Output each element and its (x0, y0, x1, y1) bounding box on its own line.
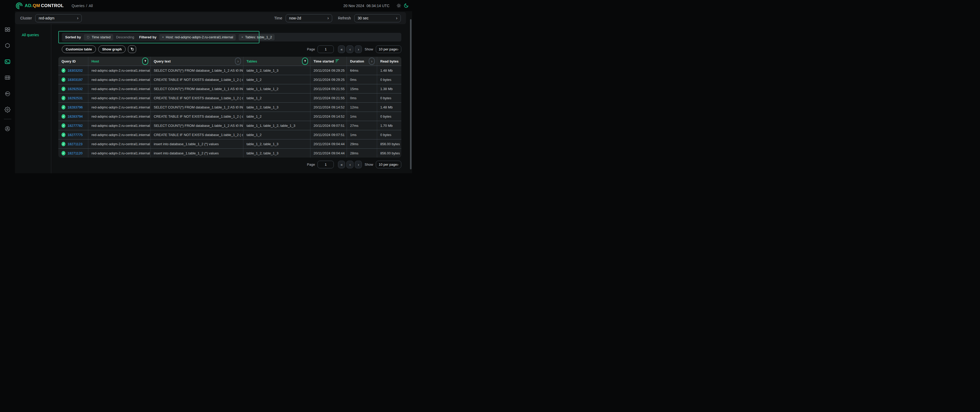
logo-part-qm: QM (33, 3, 40, 8)
table-row[interactable]: ✓ 18271120 red-adqmc-adqm-2.ru-central1.… (58, 148, 401, 158)
light-theme-sun-icon[interactable] (396, 3, 402, 9)
refresh-label: Refresh (338, 16, 351, 20)
cell-duration: 1ms (347, 130, 377, 139)
query-id-link[interactable]: 18303202 (68, 68, 83, 73)
column-header-query-text[interactable]: Query text › (150, 57, 243, 66)
query-id-link[interactable]: 18271123 (68, 142, 83, 146)
customize-table-button[interactable]: Customize table (62, 46, 96, 53)
table-row[interactable]: ✓ 18303197 red-adqmc-adqm-2.ru-central1.… (58, 75, 401, 84)
table-icon[interactable] (5, 74, 11, 81)
host-filter-button[interactable] (142, 57, 148, 65)
sort-field-value: Time started (92, 35, 111, 39)
expand-query-text-button[interactable]: › (235, 57, 241, 65)
column-header-tables[interactable]: Tables (243, 57, 310, 66)
table-row[interactable]: ✓ 18271123 red-adqmc-adqm-2.ru-central1.… (58, 139, 401, 148)
sort-direction[interactable]: Descending (116, 35, 134, 39)
per-page-value: 10 per page (379, 47, 397, 51)
table-row[interactable]: ✓ 18283794 red-adqmc-adqm-2.ru-central1.… (58, 112, 401, 121)
query-id-link[interactable]: 18283794 (68, 114, 83, 119)
vertical-scrollbar-thumb[interactable] (410, 19, 412, 170)
dashboard-icon[interactable] (5, 27, 11, 33)
cell-host: red-adqmc-adqm-2.ru-central1.internal (88, 149, 150, 158)
column-header-query-id[interactable]: Query ID (58, 57, 88, 66)
cell-tables: table_1_1, table_1_2, table_1_3 (243, 121, 310, 130)
cell-read-bytes: 856.00 bytes (377, 149, 401, 158)
app-logo[interactable]: AD.QMCONTROL (15, 2, 64, 10)
show-graph-button[interactable]: Show graph (98, 46, 126, 53)
query-id-link[interactable]: 18303197 (68, 78, 83, 82)
query-id-link[interactable]: 18292532 (68, 87, 83, 91)
query-id-link[interactable]: 18271120 (68, 151, 83, 155)
show-label: Show (364, 47, 373, 51)
table-row[interactable]: ✓ 18283796 red-adqmc-adqm-2.ru-central1.… (58, 102, 401, 112)
terminal-queries-icon[interactable] (5, 59, 11, 65)
gear-icon[interactable] (5, 106, 11, 113)
query-id-link[interactable]: 18277775 (68, 133, 83, 137)
table-row[interactable]: ✓ 18277775 red-adqmc-adqm-2.ru-central1.… (58, 130, 401, 139)
cluster-select[interactable]: red-adqm › (35, 14, 82, 22)
cell-read-bytes: 856.00 bytes (377, 139, 401, 148)
refresh-interval-select[interactable]: 30 sec › (354, 14, 401, 22)
success-check-icon: ✓ (62, 133, 65, 137)
column-header-host[interactable]: Host (88, 57, 150, 66)
cell-read-bytes: 0 bytes (377, 93, 401, 102)
breadcrumb-separator: / (86, 4, 87, 8)
sort-descending-icon[interactable] (336, 59, 339, 63)
sidebar-divider (4, 119, 11, 119)
cell-read-bytes: 0 bytes (377, 112, 401, 121)
hexagon-nodes-icon[interactable] (5, 43, 11, 49)
cell-time-started: 20/11/2024 09:04:44 (310, 139, 347, 148)
table-row[interactable]: ✓ 18292532 red-adqmc-adqm-2.ru-central1.… (58, 84, 401, 93)
filter-chip-host[interactable]: × Host: red-adqmc-adqm-2.ru-central1.int… (159, 34, 236, 40)
cell-read-bytes: 0 bytes (377, 75, 401, 84)
per-page-value: 10 per page (379, 163, 397, 166)
account-icon[interactable] (5, 125, 11, 132)
dark-theme-moon-icon[interactable] (403, 3, 409, 9)
remove-filter-icon[interactable]: × (241, 35, 243, 39)
table-row[interactable]: ✓ 18292531 red-adqmc-adqm-2.ru-central1.… (58, 93, 401, 102)
cell-query-text: CREATE TABLE IF NOT EXISTS database_1.ta… (150, 112, 243, 121)
prev-page-button[interactable]: ‹ (346, 46, 353, 53)
next-page-button[interactable]: › (355, 46, 362, 53)
sort-field-chip[interactable]: Time started (84, 34, 113, 40)
cell-query-text: SELECT COUNT(*) FROM database_1.table_1_… (150, 103, 243, 112)
bottom-pagination-row: Page « ‹ › Show 10 per page › (58, 161, 401, 168)
cell-query-id: ✓ 18283794 (58, 112, 88, 121)
first-page-button[interactable]: « (338, 46, 345, 53)
prev-page-button[interactable]: ‹ (346, 161, 353, 168)
reset-filters-button[interactable] (128, 46, 136, 53)
key-icon[interactable] (5, 90, 11, 97)
chevron-right-icon: › (396, 16, 397, 20)
remove-filter-icon[interactable]: × (162, 35, 164, 39)
cell-query-id: ✓ 18283796 (58, 103, 88, 112)
first-page-button[interactable]: « (338, 161, 345, 168)
table-row[interactable]: ✓ 18277782 red-adqmc-adqm-2.ru-central1.… (58, 121, 401, 130)
column-label: Tables (247, 59, 257, 63)
page-number-input[interactable] (317, 46, 334, 53)
cell-duration: 0ms (347, 75, 377, 84)
expand-duration-button[interactable]: › (369, 57, 375, 65)
column-header-read-bytes[interactable]: Read bytes (377, 57, 401, 66)
filter-chip-tables[interactable]: × Tables: table_1_2 (239, 34, 275, 40)
breadcrumb-section[interactable]: Queries (72, 4, 84, 8)
cell-query-id: ✓ 18271120 (58, 149, 88, 158)
query-id-link[interactable]: 18277782 (68, 124, 83, 128)
cell-duration: 28ms (347, 149, 377, 158)
per-page-select[interactable]: 10 per page › (376, 46, 401, 53)
next-page-button[interactable]: › (355, 161, 362, 168)
cell-read-bytes: 0 bytes (377, 130, 401, 139)
query-id-link[interactable]: 18283796 (68, 105, 83, 109)
page-number-input[interactable] (317, 161, 334, 168)
column-header-time-started[interactable]: Time started (310, 57, 347, 66)
cell-time-started: 20/11/2024 09:04:44 (310, 149, 347, 158)
query-id-link[interactable]: 18292531 (68, 96, 83, 100)
per-page-select[interactable]: 10 per page › (376, 161, 401, 168)
filter-chip-tables-label: Tables: table_1_2 (245, 35, 272, 39)
column-header-duration[interactable]: Duration › (347, 57, 377, 66)
cell-tables: table_1_2, table_1_3 (243, 103, 310, 112)
time-range-select[interactable]: now-2d › (286, 14, 332, 22)
table-row[interactable]: ✓ 18303202 red-adqmc-adqm-2.ru-central1.… (58, 66, 401, 75)
subnav-item-all-queries[interactable]: All queries (22, 33, 51, 37)
cell-host: red-adqmc-adqm-2.ru-central1.internal (88, 75, 150, 84)
tables-filter-button[interactable] (302, 57, 308, 65)
